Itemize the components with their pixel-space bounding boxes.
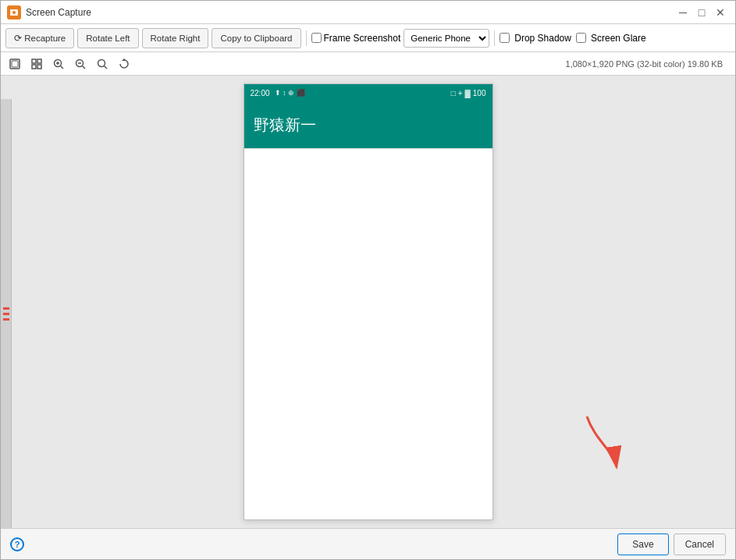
close-button[interactable]: ✕ [712,4,729,21]
content-area: 22:00 ⬆ ↕ ⊕ ⬛ □ + ▓ 100 野猿新一 [1,76,735,528]
status-bar-right: □ + ▓ 100 [451,89,486,97]
frame-screenshot-label: Frame Screenshot [324,33,401,44]
title-controls: ─ □ ✕ [674,4,729,21]
svg-line-11 [61,66,64,69]
zoom-out-button[interactable] [71,55,90,73]
edge-indicator-3 [3,318,9,321]
image-info: 1,080×1,920 PNG (32-bit color) 19.80 KB [566,59,731,69]
arrow-annotation [571,409,634,481]
rotate-left-button[interactable]: Rotate Left [77,28,138,48]
main-toolbar: ⟳ Recapture Rotate Left Rotate Right Cop… [1,24,735,52]
copy-clipboard-button[interactable]: Copy to Clipboard [212,28,300,48]
rotate-right-button[interactable]: Rotate Right [142,28,209,48]
maximize-button[interactable]: □ [693,4,710,21]
svg-rect-4 [32,59,36,63]
zoom-custom-button[interactable] [93,55,112,73]
bottom-right: Save Cancel [617,533,726,555]
phone-app-header: 野猿新一 [244,101,492,148]
rotate-view-icon [119,58,130,69]
actual-size-icon [31,58,42,69]
recapture-button[interactable]: ⟳ Recapture [5,28,74,48]
plus-icon: + [458,89,463,97]
svg-rect-3 [12,61,18,67]
screen-capture-window: Screen Capture ─ □ ✕ ⟳ Recapture Rotate … [0,0,736,560]
frame-screenshot-checkbox[interactable] [311,33,322,43]
zoom-custom-icon [97,58,108,69]
svg-rect-6 [32,65,36,69]
svg-marker-17 [122,58,126,61]
left-edge-panel [1,99,12,528]
battery-icon: ▓ [465,89,471,97]
rotate-view-button[interactable] [115,55,133,73]
screen-glare-label: Screen Glare [591,33,646,44]
status-signal-icons: ⬆ ↕ ⊕ ⬛ [275,89,305,97]
frame-phone-select[interactable]: Generic Phone [404,29,489,48]
edge-indicator-2 [3,313,9,315]
frame-screenshot-section: Frame Screenshot [311,33,401,44]
zoom-in-icon [53,58,64,69]
fit-window-button[interactable] [5,55,24,73]
battery-level: 100 [473,89,486,97]
svg-line-16 [105,66,108,69]
fit-window-icon [9,58,20,69]
save-arrow-svg [571,409,634,479]
zoom-in-button[interactable] [49,55,68,73]
svg-point-15 [98,59,105,66]
screen-glare-checkbox[interactable] [576,33,586,43]
bottom-left: ? [10,537,24,551]
help-button[interactable]: ? [10,537,24,551]
bottom-bar: ? Save Cancel [1,528,735,559]
app-icon [7,5,21,19]
drop-shadow-label: Drop Shadow [514,33,571,44]
title-bar: Screen Capture ─ □ ✕ [1,1,735,24]
phone-header-title: 野猿新一 [254,115,316,136]
window-title: Screen Capture [26,7,91,18]
save-button[interactable]: Save [617,533,668,555]
svg-rect-7 [37,65,41,69]
phone-screenshot-preview: 22:00 ⬆ ↕ ⊕ ⬛ □ + ▓ 100 野猿新一 [244,83,493,520]
phone-status-bar: 22:00 ⬆ ↕ ⊕ ⬛ □ + ▓ 100 [244,84,492,101]
minimize-button[interactable]: ─ [674,4,692,21]
shadow-section: Drop Shadow Screen Glare [500,33,645,44]
status-bar-left: 22:00 ⬆ ↕ ⊕ ⬛ [251,89,305,97]
svg-point-1 [12,11,16,14]
toolbar-separator [306,30,307,46]
svg-rect-5 [37,59,41,63]
edge-indicator-1 [3,307,9,310]
toolbar-separator2 [494,30,495,46]
drop-shadow-checkbox[interactable] [500,33,510,43]
zoom-out-icon [75,58,86,69]
signal-icon: □ [451,89,456,97]
phone-content-area [244,149,492,519]
status-time: 22:00 [251,89,270,97]
cancel-button[interactable]: Cancel [674,533,726,555]
actual-size-button[interactable] [27,55,46,73]
second-toolbar: 1,080×1,920 PNG (32-bit color) 19.80 KB [1,52,735,76]
svg-line-14 [83,66,86,69]
title-bar-left: Screen Capture [7,5,91,19]
